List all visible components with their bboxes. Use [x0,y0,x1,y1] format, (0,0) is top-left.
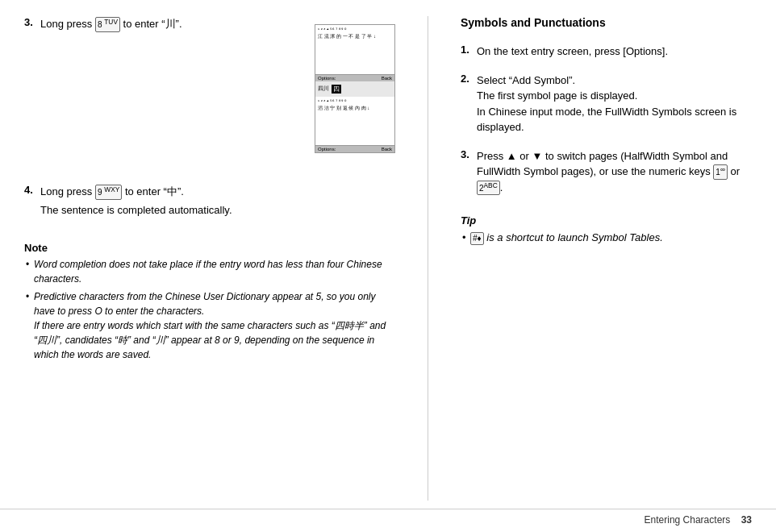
phone-screen: ¹ ² ³ ⁴ ⁵ ⁶ ⁷ ⁸ ⁹ ⁰ 江 流 漯 的 一 不 是 了 半 ↓ … [315,24,395,153]
tip-title: Tip [461,214,752,227]
tip-section: Tip #♦ is a shortcut to launch Symbol Ta… [461,214,752,246]
phone-back-label-2: Back [382,147,392,152]
step-3-content: Long press 8 TUV to enter “川”. [40,16,182,32]
section-title: Symbols and Punctuations [461,16,752,29]
step-4-text: Long press 9 WXY to enter “中”. [40,184,232,200]
phone-back-label-1: Back [382,76,392,81]
right-step-2: 2. Select “Add Symbol”. The first symbol… [461,73,752,135]
phone-screen-container: ¹ ² ³ ⁴ ⁵ ⁶ ⁷ ⁸ ⁹ ⁰ 江 流 漯 的 一 不 是 了 半 ↓ … [315,24,395,153]
note-item-2: Predictive characters from the Chinese U… [34,289,395,362]
note-title: Note [24,242,395,254]
phone-content-bottom: ¹ ² ³ ⁴ ⁵ ⁶ ⁷ ⁸ ⁹ ⁰ 滔 洁 宁 别 返 候 內 肉 ↓ [315,97,394,146]
tip-key: #♦ [470,232,484,245]
step-3-number: 3. [24,16,40,28]
phone-options-label-1: Options: [318,76,336,81]
phone-text-row-1: 江 流 漯 的 一 不 是 了 半 ↓ [318,33,392,39]
step-4-row: 4. Long press 9 WXY to enter “中”. The se… [24,184,395,218]
phone-options-bar-2: Options: Back [315,145,394,152]
step-4-subtext: The sentence is completed automatically. [40,202,232,218]
note-item-1: Word completion does not take place if t… [34,257,395,286]
phone-char-row-2: ¹ ² ³ ⁴ ⁵ ⁶ ⁷ ⁸ ⁹ ⁰ [318,98,392,105]
right-step-3-text: Press ▲ or ▼ to switch pages (HalfWidth … [477,148,752,196]
tip-item-1: #♦ is a shortcut to launch Symbol Tables… [470,230,752,246]
step-4-block: 4. Long press 9 WXY to enter “中”. The se… [24,184,395,219]
right-column: Symbols and Punctuations 1. On the text … [461,16,752,501]
footer-section-label: Entering Characters 33 [645,514,752,526]
page-number: 33 [741,514,752,526]
phone-text-row-2: 滔 洁 宁 别 返 候 內 肉 ↓ [318,105,392,111]
key-1: 1∞ [713,164,728,179]
phone-highlighted-text: 四川 [318,85,329,93]
note-section: Note Word completion does not take place… [24,242,395,365]
right-step-3-number: 3. [461,148,472,160]
phone-cursor: 四 [332,85,341,94]
column-divider [428,16,428,501]
key-2: 2ABC [477,181,500,195]
step-3-row: 3. Long press 8 TUV to enter “川”. ¹ ² ³ … [24,16,395,169]
right-step-2-number: 2. [461,73,472,85]
right-step-2-sub2: In Chinese input mode, the FullWidth Sym… [477,106,736,134]
step-4-content: Long press 9 WXY to enter “中”. The sente… [40,184,232,218]
right-step-2-sub1: The first symbol page is displayed. [477,89,637,102]
right-step-2-text: Select “Add Symbol”. [477,74,575,86]
step-4-key: 9 WXY [95,185,122,199]
phone-content-top: ¹ ² ³ ⁴ ⁵ ⁶ ⁷ ⁸ ⁹ ⁰ 江 流 漯 的 一 不 是 了 半 ↓ [315,25,394,74]
page-container: 3. Long press 8 TUV to enter “川”. ¹ ² ³ … [0,0,776,509]
step-4-number: 4. [24,184,40,196]
phone-char-row-1: ¹ ² ³ ⁴ ⁵ ⁶ ⁷ ⁸ ⁹ ⁰ [318,27,392,33]
step-3-text: Long press 8 TUV to enter “川”. [40,16,182,32]
right-step-1-text: On the text entry screen, press [Options… [477,44,668,60]
page-footer: Entering Characters 33 [0,509,776,532]
phone-options-bar-1: Options: Back [315,74,394,81]
phone-options-label-2: Options: [318,147,336,152]
right-step-3: 3. Press ▲ or ▼ to switch pages (HalfWid… [461,148,752,196]
left-column: 3. Long press 8 TUV to enter “川”. ¹ ² ³ … [24,16,395,501]
step-3-key: 8 TUV [95,17,120,31]
phone-highlighted-section: 四川 四 [315,81,394,97]
right-step-1: 1. On the text entry screen, press [Opti… [461,44,752,60]
right-step-1-number: 1. [461,44,472,56]
